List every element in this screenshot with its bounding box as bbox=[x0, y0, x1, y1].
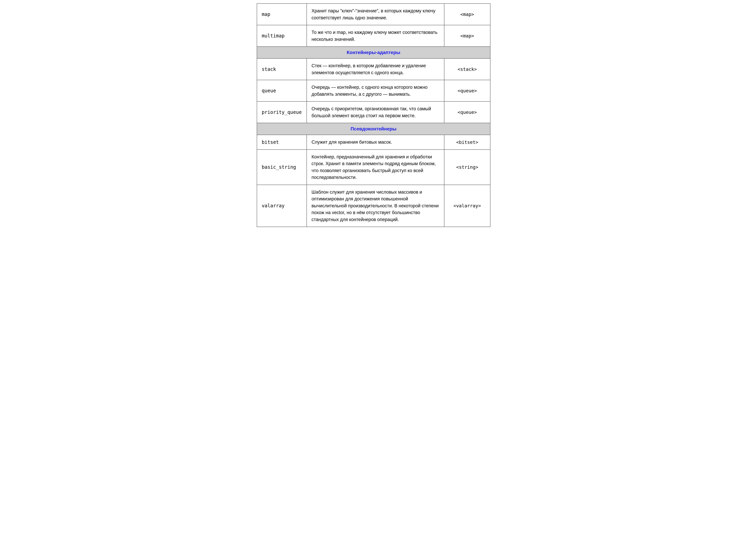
containers-table: mapХранит пары "ключ"-"значение", в кото… bbox=[257, 3, 490, 227]
container-name: multimap bbox=[257, 25, 307, 47]
table-row: basic_stringКонтейнер, предназначенный д… bbox=[257, 150, 490, 185]
table-row: mapХранит пары "ключ"-"значение", в кото… bbox=[257, 4, 490, 25]
table-row: queueОчередь — контейнер, с одного конца… bbox=[257, 80, 490, 101]
main-container: mapХранит пары "ключ"-"значение", в кото… bbox=[257, 3, 490, 227]
container-description: Шаблон служит для хранения числовых масс… bbox=[307, 185, 444, 227]
table-row: priority_queueОчередь с приоритетом, орг… bbox=[257, 101, 490, 123]
container-header: <queue> bbox=[444, 101, 490, 123]
container-header: <valarray> bbox=[444, 185, 490, 227]
table-row: valarrayШаблон служит для хранения число… bbox=[257, 185, 490, 227]
container-name: stack bbox=[257, 58, 307, 80]
container-header: <bitset> bbox=[444, 135, 490, 150]
container-header: <string> bbox=[444, 150, 490, 185]
section-header-label: Контейнеры-адаптеры bbox=[257, 47, 490, 58]
table-row: multimapТо же что и map, но каждому ключ… bbox=[257, 25, 490, 47]
container-header: <map> bbox=[444, 25, 490, 47]
section-header-label: Псевдоконтейнеры bbox=[257, 123, 490, 135]
container-name: queue bbox=[257, 80, 307, 101]
container-name: bitset bbox=[257, 135, 307, 150]
container-name: priority_queue bbox=[257, 101, 307, 123]
container-name: valarray bbox=[257, 185, 307, 227]
container-description: Стек — контейнер, в котором добавление и… bbox=[307, 58, 444, 80]
container-description: То же что и map, но каждому ключу может … bbox=[307, 25, 444, 47]
table-row: bitsetСлужит для хранения битовых масок.… bbox=[257, 135, 490, 150]
container-header: <map> bbox=[444, 4, 490, 25]
container-name: basic_string bbox=[257, 150, 307, 185]
container-name: map bbox=[257, 4, 307, 25]
section-header-row: Псевдоконтейнеры bbox=[257, 123, 490, 135]
container-description: Контейнер, предназначенный для хранения … bbox=[307, 150, 444, 185]
container-description: Очередь с приоритетом, организованная та… bbox=[307, 101, 444, 123]
container-header: <queue> bbox=[444, 80, 490, 101]
table-row: stackСтек — контейнер, в котором добавле… bbox=[257, 58, 490, 80]
section-header-row: Контейнеры-адаптеры bbox=[257, 47, 490, 58]
container-description: Очередь — контейнер, с одного конца кото… bbox=[307, 80, 444, 101]
container-description: Служит для хранения битовых масок. bbox=[307, 135, 444, 150]
container-description: Хранит пары "ключ"-"значение", в которых… bbox=[307, 4, 444, 25]
container-header: <stack> bbox=[444, 58, 490, 80]
